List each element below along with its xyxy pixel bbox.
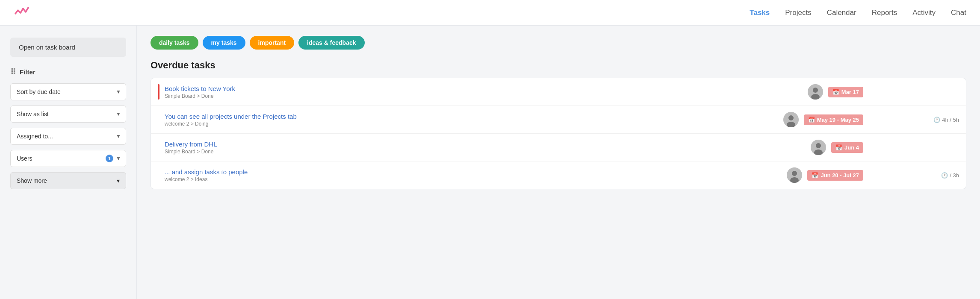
show-more-button[interactable]: Show more ▾ [10, 172, 126, 189]
main-content: daily tasks my tasks important ideas & f… [137, 26, 980, 299]
row-priority-indicator [158, 167, 159, 183]
calendar-icon: 📅 [808, 117, 815, 123]
tab-important[interactable]: important [250, 36, 295, 50]
avatar [787, 167, 802, 183]
show-more-wrapper: Show more ▾ [10, 172, 126, 189]
section-title: Overdue tasks [151, 60, 966, 71]
app-logo[interactable] [14, 4, 29, 21]
avatar [783, 112, 799, 127]
view-select[interactable]: Show as list [10, 106, 126, 123]
svg-point-10 [792, 171, 797, 176]
page-layout: Open on task board ⠿ Filter Sort by due … [0, 26, 980, 299]
nav-calendar[interactable]: Calendar [827, 9, 856, 17]
clock-icon: 🕐 [941, 172, 948, 179]
task-info: Book tickets to New York Simple Board > … [165, 85, 803, 99]
task-date: Jun 4 [844, 144, 859, 151]
filter-drag-icon: ⠿ [10, 67, 16, 76]
svg-point-7 [816, 143, 821, 148]
task-time: 🕐 4h / 5h [925, 117, 959, 123]
task-title[interactable]: Delivery from DHL [165, 141, 806, 148]
task-info: Delivery from DHL Simple Board > Done [165, 141, 806, 155]
tab-daily-tasks[interactable]: daily tasks [151, 36, 198, 50]
row-priority-indicator [158, 140, 159, 155]
task-date: Mar 17 [841, 89, 859, 95]
tab-my-tasks[interactable]: my tasks [203, 36, 245, 50]
calendar-icon: 📅 [832, 89, 839, 95]
time-value: / 3h [950, 172, 959, 179]
table-row: Book tickets to New York Simple Board > … [151, 78, 966, 106]
users-select-wrapper: Users 1 ▼ [10, 150, 126, 167]
clock-icon: 🕐 [933, 117, 940, 123]
avatar [811, 140, 826, 155]
show-more-label: Show more [17, 177, 47, 184]
table-row: You can see all projects under the Proje… [151, 106, 966, 134]
task-sub: Simple Board > Done [165, 93, 803, 99]
view-select-wrapper: Show as list ▼ [10, 106, 126, 123]
table-row: ... and assign tasks to people welcome 2… [151, 161, 966, 189]
time-value: 4h / 5h [942, 117, 959, 123]
task-sub: welcome 2 > Ideas [165, 176, 782, 182]
open-board-button[interactable]: Open on task board [10, 38, 126, 57]
task-date-badge: 📅 Jun 20 - Jul 27 [807, 170, 863, 181]
nav-tasks[interactable]: Tasks [750, 9, 770, 17]
task-sub: Simple Board > Done [165, 149, 806, 155]
task-sub: welcome 2 > Doing [165, 121, 778, 127]
show-more-chevron-icon: ▾ [117, 177, 120, 184]
task-title[interactable]: You can see all projects under the Proje… [165, 113, 778, 120]
row-priority-indicator [158, 84, 159, 100]
task-date: Jun 20 - Jul 27 [821, 172, 859, 179]
task-date-badge: 📅 Mar 17 [828, 87, 863, 97]
users-badge: 1 [106, 155, 113, 162]
row-priority-indicator [158, 112, 159, 127]
task-title[interactable]: ... and assign tasks to people [165, 168, 782, 176]
task-date-badge: 📅 May 19 - May 25 [804, 114, 863, 125]
filter-label: Filter [20, 68, 35, 76]
sidebar: Open on task board ⠿ Filter Sort by due … [0, 26, 137, 299]
svg-point-4 [788, 115, 794, 120]
task-date: May 19 - May 25 [817, 117, 859, 123]
task-title[interactable]: Book tickets to New York [165, 85, 803, 92]
top-nav: Tasks Projects Calendar Reports Activity… [0, 0, 980, 26]
task-tabs: daily tasks my tasks important ideas & f… [151, 36, 966, 50]
nav-links: Tasks Projects Calendar Reports Activity… [750, 9, 966, 17]
filter-header: ⠿ Filter [10, 67, 126, 76]
avatar [808, 84, 823, 100]
task-time: 🕐 / 3h [925, 172, 959, 179]
calendar-icon: 📅 [812, 172, 818, 179]
nav-reports[interactable]: Reports [872, 9, 897, 17]
sort-select-wrapper: Sort by due date ▼ [10, 83, 126, 100]
nav-chat[interactable]: Chat [951, 9, 966, 17]
task-date-badge: 📅 Jun 4 [831, 142, 863, 153]
svg-point-1 [813, 88, 818, 93]
calendar-icon: 📅 [835, 144, 842, 151]
assigned-select-wrapper: Assigned to... ▼ [10, 128, 126, 145]
sort-select[interactable]: Sort by due date [10, 83, 126, 100]
nav-projects[interactable]: Projects [785, 9, 811, 17]
task-table: Book tickets to New York Simple Board > … [151, 78, 966, 189]
task-info: You can see all projects under the Proje… [165, 113, 778, 127]
table-row: Delivery from DHL Simple Board > Done 📅 … [151, 134, 966, 161]
task-info: ... and assign tasks to people welcome 2… [165, 168, 782, 182]
tab-ideas-feedback[interactable]: ideas & feedback [298, 36, 364, 50]
nav-activity[interactable]: Activity [912, 9, 936, 17]
assigned-select[interactable]: Assigned to... [10, 128, 126, 145]
